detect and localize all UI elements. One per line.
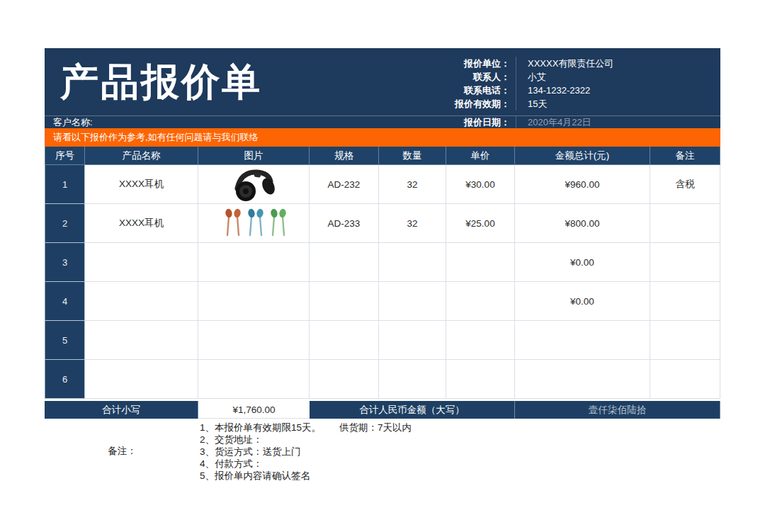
note-line: 3、货运方式：送货上门	[200, 446, 720, 458]
product-name-cell[interactable]: XXXX耳机	[85, 165, 198, 204]
note-line: 5、报价单内容请确认签名	[200, 470, 720, 482]
validity-row: 报价有效期： 15天	[399, 97, 720, 111]
qty-cell[interactable]	[379, 282, 446, 321]
total-cell[interactable]: ¥0.00	[515, 282, 650, 321]
row-index-cell[interactable]: 6	[45, 360, 85, 399]
quotation-document: 产品报价单 报价单位： XXXXX有限责任公司 联系人： 小艾 联系电话： 13…	[45, 48, 720, 482]
row-index-cell[interactable]: 1	[45, 165, 85, 204]
spec-cell[interactable]	[310, 360, 379, 399]
note-cell[interactable]	[650, 321, 720, 360]
col-header-image[interactable]: 图片	[198, 147, 310, 165]
unit-price-cell[interactable]	[446, 282, 515, 321]
note-line: 4、付款方式：	[200, 458, 720, 470]
product-image-cell[interactable]	[198, 282, 310, 321]
qty-cell[interactable]: 32	[379, 204, 446, 243]
col-header-product-name[interactable]: 产品名称	[85, 147, 198, 165]
unit-price-cell[interactable]: ¥30.00	[446, 165, 515, 204]
notice-banner: 请看以下报价作为参考,如有任何问题请与我们联络	[45, 128, 720, 147]
summary-big-label[interactable]: 合计人民币金额（大写）	[310, 401, 515, 419]
notes-lines: 1、本报价单有效期限15天。 供货期：7天以内 2、交货地址： 3、货运方式：送…	[200, 421, 720, 482]
page-title: 产品报价单	[60, 57, 262, 108]
product-image-cell[interactable]	[198, 360, 310, 399]
quote-company-value: XXXXX有限责任公司	[516, 57, 720, 70]
qty-cell[interactable]	[379, 243, 446, 282]
quote-company-row: 报价单位： XXXXX有限责任公司	[399, 57, 720, 70]
notes-section: 备注： 1、本报价单有效期限15天。 供货期：7天以内 2、交货地址： 3、货运…	[45, 421, 720, 482]
quote-table-body: 1 XXXX耳机 AD-232 32 ¥30.00 ¥960.00 含税 2 X…	[45, 165, 720, 399]
summary-row: 合计小写 ¥1,760.00 合计人民币金额（大写） 壹仟柒佰陆拾	[45, 401, 720, 419]
customer-date-row: 客户名称: 报价日期： 2020年4月22日	[45, 115, 720, 128]
product-image-cell[interactable]	[198, 204, 310, 243]
spec-cell[interactable]	[310, 243, 379, 282]
product-name-cell[interactable]	[85, 321, 198, 360]
notes-label: 备注：	[45, 421, 200, 482]
total-cell[interactable]: ¥800.00	[515, 204, 650, 243]
quote-date-value: 2020年4月22日	[516, 116, 720, 128]
col-header-note[interactable]: 备注	[650, 147, 720, 165]
qty-cell[interactable]	[379, 321, 446, 360]
note-cell[interactable]: 含税	[650, 165, 720, 204]
spec-cell[interactable]: AD-233	[310, 204, 379, 243]
row-index-cell[interactable]: 2	[45, 204, 85, 243]
spec-cell[interactable]	[310, 282, 379, 321]
quote-info-panel: 报价单位： XXXXX有限责任公司 联系人： 小艾 联系电话： 134-1232…	[399, 57, 720, 111]
note-cell[interactable]	[650, 360, 720, 399]
product-name-cell[interactable]	[85, 243, 198, 282]
contact-phone-row: 联系电话： 134-1232-2322	[399, 84, 720, 97]
contact-person-row: 联系人： 小艾	[399, 70, 720, 84]
row-index-cell[interactable]: 5	[45, 321, 85, 360]
total-cell[interactable]: ¥0.00	[515, 243, 650, 282]
spec-cell[interactable]: AD-232	[310, 165, 379, 204]
row-index-cell[interactable]: 3	[45, 243, 85, 282]
summary-amount[interactable]: ¥1,760.00	[198, 401, 310, 419]
note-line: 2、交货地址：	[200, 434, 720, 446]
product-name-cell[interactable]	[85, 360, 198, 399]
note-cell[interactable]	[650, 204, 720, 243]
note-line: 1、本报价单有效期限15天。 供货期：7天以内	[200, 421, 720, 434]
unit-price-cell[interactable]	[446, 243, 515, 282]
note-cell[interactable]	[650, 282, 720, 321]
quote-date-label: 报价日期：	[399, 116, 516, 128]
note-line-text: 4、付款方式：	[200, 458, 263, 470]
note-line-text: 5、报价单内容请确认签名	[200, 470, 310, 482]
col-header-spec[interactable]: 规格	[310, 147, 379, 165]
contact-person-value: 小艾	[516, 70, 720, 84]
product-image-cell[interactable]	[198, 243, 310, 282]
row-index-cell[interactable]: 4	[45, 282, 85, 321]
note-line-extra: 供货期：7天以内	[339, 421, 412, 434]
headphones-image	[222, 166, 285, 203]
col-header-index[interactable]: 序号	[45, 147, 85, 165]
note-line-text: 2、交货地址：	[200, 434, 263, 446]
col-header-unit-price[interactable]: 单价	[446, 147, 515, 165]
summary-amount-in-words[interactable]: 壹仟柒佰陆拾	[515, 401, 720, 419]
note-cell[interactable]	[650, 243, 720, 282]
contact-person-label: 联系人：	[399, 70, 516, 84]
unit-price-cell[interactable]	[446, 360, 515, 399]
validity-label: 报价有效期：	[399, 97, 516, 111]
total-cell[interactable]	[515, 360, 650, 399]
unit-price-cell[interactable]	[446, 321, 515, 360]
product-image-cell[interactable]	[198, 165, 310, 204]
earbuds-image	[217, 207, 290, 239]
product-name-cell[interactable]: XXXX耳机	[85, 204, 198, 243]
unit-price-cell[interactable]: ¥25.00	[446, 204, 515, 243]
col-header-qty[interactable]: 数量	[379, 147, 446, 165]
quote-table-header: 序号 产品名称 图片 规格 数量 单价 金额总计(元) 备注	[45, 147, 720, 165]
spec-cell[interactable]	[310, 321, 379, 360]
title-banner: 产品报价单 报价单位： XXXXX有限责任公司 联系人： 小艾 联系电话： 13…	[45, 48, 720, 115]
quote-company-label: 报价单位：	[399, 57, 516, 70]
product-name-cell[interactable]	[85, 282, 198, 321]
summary-small-label[interactable]: 合计小写	[45, 401, 198, 419]
validity-value: 15天	[516, 97, 720, 111]
note-line-text: 3、货运方式：送货上门	[200, 446, 301, 458]
qty-cell[interactable]	[379, 360, 446, 399]
customer-name-cell[interactable]: 客户名称:	[45, 116, 399, 128]
contact-phone-label: 联系电话：	[399, 84, 516, 97]
product-image-cell[interactable]	[198, 321, 310, 360]
note-line-text: 1、本报价单有效期限15天。	[200, 421, 321, 434]
qty-cell[interactable]: 32	[379, 165, 446, 204]
total-cell[interactable]	[515, 321, 650, 360]
col-header-total[interactable]: 金额总计(元)	[515, 147, 650, 165]
total-cell[interactable]: ¥960.00	[515, 165, 650, 204]
contact-phone-value: 134-1232-2322	[516, 84, 720, 97]
